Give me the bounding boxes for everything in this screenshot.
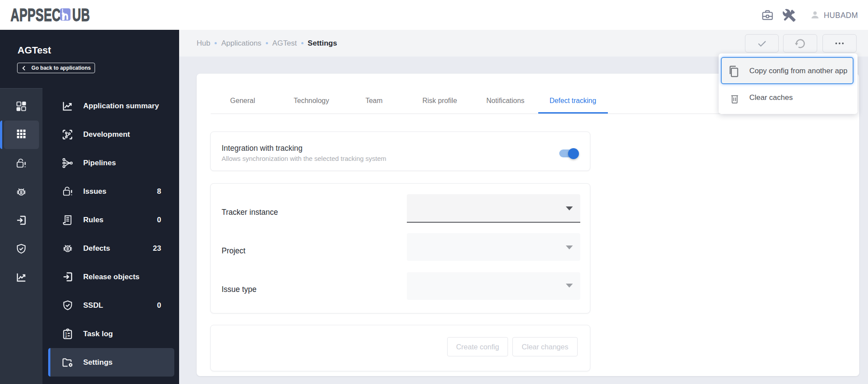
svg-text:2: 2 [65, 334, 67, 338]
